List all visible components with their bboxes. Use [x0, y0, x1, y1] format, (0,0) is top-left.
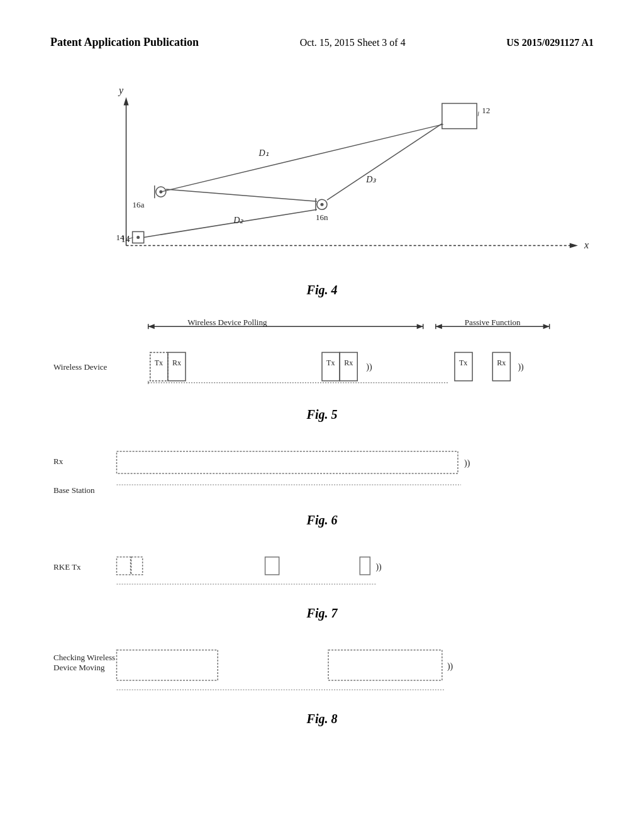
svg-text:Checking Wireless: Checking Wireless	[53, 653, 115, 662]
svg-text:16a: 16a	[133, 200, 145, 209]
svg-text:y: y	[118, 86, 124, 97]
svg-marker-33	[417, 324, 423, 329]
svg-marker-32	[148, 324, 155, 329]
svg-text:D₁: D₁	[258, 148, 269, 158]
fig4-svg: y x 14 14 16a	[50, 75, 594, 277]
svg-text:RKE Tx: RKE Tx	[53, 562, 81, 572]
svg-rect-73	[328, 650, 442, 680]
svg-text:12: 12	[482, 106, 490, 115]
svg-text:)): ))	[375, 562, 382, 572]
svg-line-28	[327, 124, 442, 201]
fig7-container: RKE Tx ))	[50, 546, 594, 603]
fig6-label: Fig. 6	[50, 513, 594, 528]
svg-point-7	[136, 236, 140, 239]
svg-marker-1	[124, 97, 129, 106]
svg-marker-3	[570, 243, 578, 248]
fig5-label: Fig. 5	[50, 407, 594, 422]
svg-rect-64	[116, 557, 130, 575]
svg-text:)): ))	[447, 661, 453, 672]
svg-rect-19	[442, 104, 477, 129]
svg-marker-38	[436, 324, 442, 329]
header: Patent Application Publication Oct. 15, …	[0, 0, 644, 63]
svg-text:x: x	[584, 240, 589, 250]
svg-text:16n: 16n	[316, 213, 328, 223]
svg-rect-65	[131, 557, 143, 575]
header-patent-number: US 2015/0291127 A1	[506, 35, 594, 48]
svg-text:Wireless Device Polling: Wireless Device Polling	[187, 318, 267, 327]
svg-line-21	[478, 112, 479, 116]
svg-text:Rx: Rx	[497, 358, 506, 367]
fig6-svg: Rx )) Base Station	[50, 441, 594, 510]
content-area: y x 14 14 16a	[0, 63, 644, 770]
fig5-svg: Wireless Device Polling Passive Function…	[50, 316, 594, 404]
svg-text:Rx: Rx	[344, 358, 353, 367]
svg-text:Base Station: Base Station	[53, 485, 95, 495]
header-date-sheet: Oct. 15, 2015 Sheet 3 of 4	[300, 35, 406, 48]
fig7-svg: RKE Tx ))	[50, 546, 594, 603]
svg-text:Device Moving: Device Moving	[53, 663, 105, 672]
svg-text:)): ))	[464, 458, 470, 468]
fig6-container: Rx )) Base Station	[50, 441, 594, 510]
svg-point-16	[320, 203, 323, 206]
svg-text:14: 14	[116, 233, 125, 243]
svg-rect-67	[360, 557, 370, 575]
svg-rect-59	[116, 451, 458, 473]
svg-text:Passive Function: Passive Function	[465, 318, 521, 327]
fig8-label: Fig. 8	[50, 712, 594, 726]
svg-rect-66	[265, 557, 279, 575]
svg-rect-72	[116, 650, 218, 680]
fig8-container: Checking Wireless Device Moving ))	[50, 639, 594, 709]
svg-text:Rx: Rx	[53, 456, 64, 466]
header-publication-title: Patent Application Publication	[50, 35, 199, 50]
svg-text:Tx: Tx	[326, 358, 335, 367]
svg-text:D₂: D₂	[233, 216, 243, 226]
svg-line-22	[161, 124, 443, 192]
svg-text:Tx: Tx	[155, 358, 163, 367]
svg-text:D₃: D₃	[365, 174, 377, 184]
fig4-label: Fig. 4	[50, 283, 594, 297]
fig8-svg: Checking Wireless Device Moving ))	[50, 639, 594, 709]
svg-text:)): ))	[366, 362, 372, 372]
svg-text:Tx: Tx	[459, 358, 467, 367]
svg-marker-39	[543, 324, 550, 329]
fig4-container: y x 14 14 16a	[50, 75, 594, 277]
page: Patent Application Publication Oct. 15, …	[0, 0, 644, 830]
fig5-container: Wireless Device Polling Passive Function…	[50, 316, 594, 404]
svg-text:Rx: Rx	[172, 358, 181, 367]
svg-line-26	[166, 189, 317, 201]
svg-text:Wireless Device: Wireless Device	[53, 362, 108, 372]
fig7-label: Fig. 7	[50, 606, 594, 621]
svg-line-24	[144, 209, 317, 237]
svg-text:)): ))	[518, 362, 524, 372]
